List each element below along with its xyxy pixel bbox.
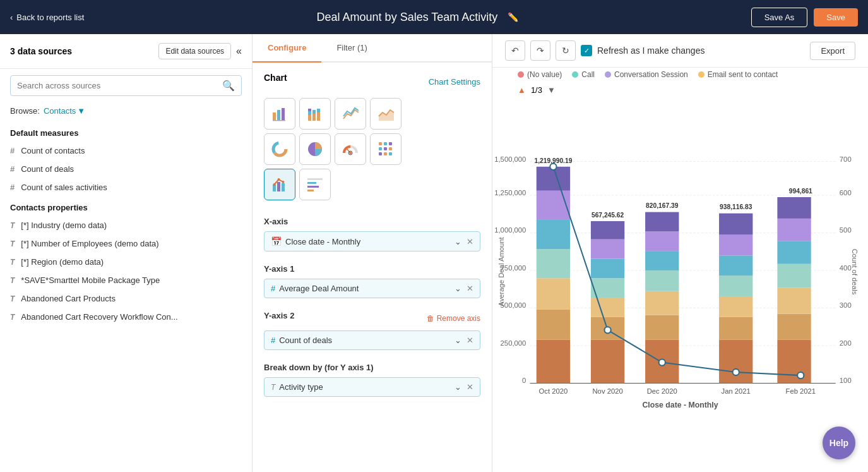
- sidebar-property-item[interactable]: TAbandoned Cart Recovery Workflow Con...: [0, 308, 252, 326]
- svg-rect-29: [277, 182, 280, 191]
- svg-text:Average Deal Amount: Average Deal Amount: [497, 236, 505, 306]
- hash-icon: #: [10, 146, 15, 155]
- yaxis1-clear-icon[interactable]: ✕: [467, 284, 473, 293]
- combo-chart-icon: [271, 176, 288, 193]
- sidebar-property-item[interactable]: T*SAVE*Smarttel Mobile Package Type: [0, 271, 252, 289]
- combo-chart-button[interactable]: [264, 169, 295, 200]
- legend-item: (No value): [518, 70, 562, 79]
- svg-text:820,167.39: 820,167.39: [646, 202, 679, 209]
- sidebar-measure-item[interactable]: #Count of contacts: [0, 142, 252, 160]
- triangle-icon: ▲: [518, 85, 526, 95]
- stacked-bar-button[interactable]: [299, 98, 331, 130]
- remove-axis-button[interactable]: 🗑 Remove axis: [427, 314, 480, 323]
- edit-title-icon[interactable]: ✏️: [508, 12, 518, 22]
- chart-type-section: Chart Chart Settings: [253, 63, 492, 210]
- svg-rect-65: [537, 220, 570, 249]
- property-label: [*] Number of Employees (demo data): [21, 239, 158, 248]
- svg-text:Dec 2020: Dec 2020: [647, 387, 677, 395]
- breakdown-clear-icon[interactable]: ✕: [467, 382, 473, 392]
- search-input[interactable]: [17, 81, 222, 90]
- sidebar-property-item[interactable]: TAbandoned Cart Products: [0, 289, 252, 308]
- header-left: ‹ Back to reports list: [10, 13, 84, 22]
- browse-label: Browse:: [10, 106, 40, 116]
- svg-rect-78: [645, 315, 679, 340]
- sidebar-measure-item[interactable]: #Count of sales activities: [0, 178, 252, 197]
- svg-point-14: [276, 145, 283, 153]
- export-button[interactable]: Export: [810, 42, 855, 60]
- breakdown-chevron-icon: ⌄: [455, 382, 461, 392]
- gauge-chart-button[interactable]: [335, 133, 366, 165]
- pie-chart-button[interactable]: [299, 133, 331, 165]
- tab-filter(1)[interactable]: Filter (1): [321, 34, 382, 63]
- refresh-label-row: ✓ Refresh as I make changes: [581, 45, 705, 56]
- default-measures-title: Default measures: [0, 122, 252, 142]
- sidebar-property-item[interactable]: T[*] Region (demo data): [0, 253, 252, 271]
- svg-rect-74: [591, 239, 624, 259]
- redo-button[interactable]: ↷: [530, 40, 550, 61]
- svg-text:1,250,000: 1,250,000: [494, 189, 526, 197]
- chart-svg-container: 1,500,000 1,250,000 1,000,000 750,000 50…: [492, 97, 868, 472]
- tab-configure[interactable]: Configure: [253, 34, 321, 63]
- svg-rect-26: [384, 152, 387, 155]
- back-button[interactable]: ‹ Back to reports list: [10, 13, 84, 22]
- hash-icon: #: [10, 183, 15, 192]
- refresh-button[interactable]: ↻: [556, 40, 576, 61]
- svg-rect-23: [384, 147, 387, 150]
- collapse-sidebar-button[interactable]: «: [236, 45, 242, 57]
- pagination-text: 1/3: [531, 85, 542, 95]
- chart-settings-link[interactable]: Chart Settings: [429, 77, 480, 87]
- edit-data-sources-button[interactable]: Edit data sources: [158, 43, 231, 59]
- svg-rect-27: [389, 152, 392, 155]
- browse-contacts-link[interactable]: Contacts ▼: [44, 106, 85, 116]
- svg-rect-61: [537, 340, 570, 384]
- svg-text:Oct 2020: Oct 2020: [539, 387, 568, 395]
- T-type-icon: T: [10, 258, 15, 267]
- breakdown-field-selector[interactable]: T Activity type ⌄ ✕: [264, 377, 480, 397]
- browse-row: Browse: Contacts ▼: [0, 102, 252, 122]
- bar-chart-icon: [271, 105, 288, 123]
- svg-text:Count of deals: Count of deals: [851, 249, 859, 295]
- xaxis-clear-icon[interactable]: ✕: [467, 237, 473, 246]
- breakdown-label: Break down by (for Y axis 1): [264, 363, 480, 372]
- chart-toolbar: ↶ ↷ ↻ ✓ Refresh as I make changes Export: [492, 34, 868, 68]
- svg-rect-66: [537, 191, 570, 220]
- yaxis1-field-selector[interactable]: # Average Deal Amount ⌄ ✕: [264, 279, 480, 298]
- hash-icon-y1: #: [271, 284, 275, 293]
- help-button[interactable]: Help: [823, 427, 855, 459]
- xaxis-section: X-axis 📅 Close date - Monthly ⌄ ✕: [253, 210, 492, 258]
- svg-rect-69: [591, 340, 624, 384]
- undo-button[interactable]: ↶: [505, 40, 525, 61]
- svg-text:300: 300: [840, 301, 852, 309]
- sidebar-measure-item[interactable]: #Count of deals: [0, 160, 252, 178]
- sidebar-property-item[interactable]: T[*] Number of Employees (demo data): [0, 234, 252, 253]
- back-button-label: Back to reports list: [16, 13, 84, 22]
- yaxis2-clear-icon[interactable]: ✕: [467, 336, 473, 345]
- properties-list: T[*] Industry (demo data)T[*] Number of …: [0, 216, 252, 326]
- svg-text:938,116.83: 938,116.83: [720, 204, 752, 211]
- yaxis2-field-selector[interactable]: # Count of deals ⌄ ✕: [264, 330, 480, 350]
- refresh-checkbox[interactable]: ✓: [581, 45, 592, 56]
- search-box: 🔍: [10, 75, 242, 96]
- svg-rect-1: [277, 110, 280, 121]
- svg-rect-88: [719, 275, 752, 296]
- svg-rect-9: [317, 112, 320, 121]
- xaxis-chevron-icon: ⌄: [455, 237, 461, 246]
- legend-item: Call: [572, 70, 595, 79]
- scatter-chart-icon: [377, 140, 395, 158]
- svg-point-33: [282, 181, 285, 183]
- xaxis-field-selector[interactable]: 📅 Close date - Monthly ⌄ ✕: [264, 231, 480, 251]
- save-as-button[interactable]: Save As: [751, 8, 808, 27]
- scatter-chart-button[interactable]: [370, 133, 401, 165]
- sidebar-property-item[interactable]: T[*] Industry (demo data): [0, 216, 252, 234]
- yaxis2-chevron-icon: ⌄: [455, 336, 461, 345]
- tabs: ConfigureFilter (1): [253, 34, 492, 63]
- svg-point-103: [659, 359, 665, 365]
- line-chart-button[interactable]: [335, 98, 366, 130]
- save-button[interactable]: Save: [814, 8, 858, 27]
- bar-chart-button[interactable]: [264, 98, 295, 130]
- table-bar-button[interactable]: [299, 169, 331, 200]
- area-chart-button[interactable]: [370, 98, 401, 130]
- calendar-icon: 📅: [271, 236, 282, 246]
- svg-rect-62: [537, 309, 570, 339]
- donut-chart-button[interactable]: [264, 133, 295, 165]
